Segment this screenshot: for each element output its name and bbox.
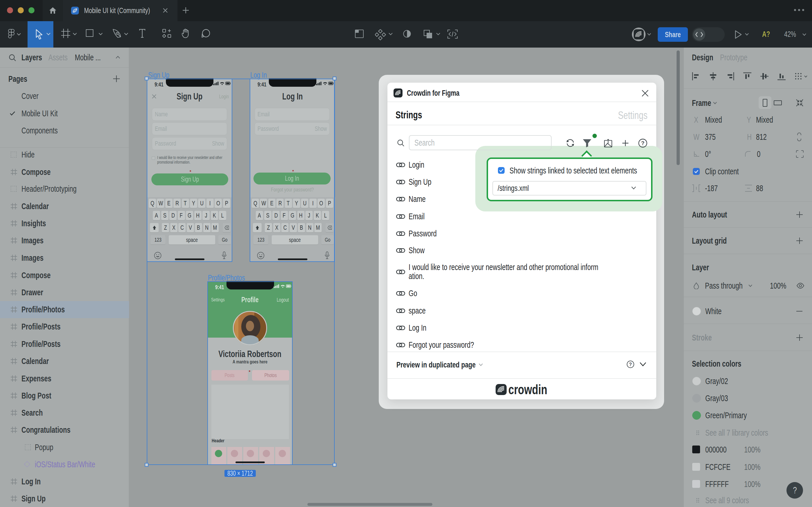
svg-text:?: ? [629,362,632,367]
svg-text:?: ? [641,140,645,146]
